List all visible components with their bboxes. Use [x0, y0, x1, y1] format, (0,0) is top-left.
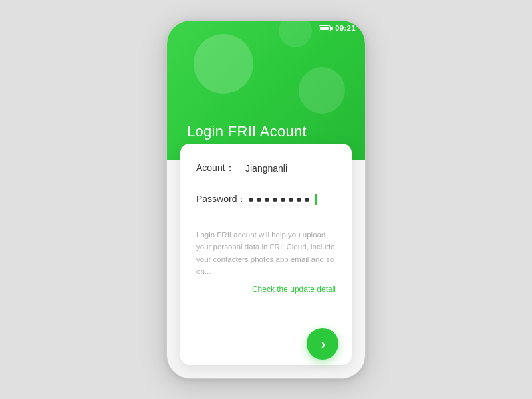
dot-1: [249, 198, 253, 202]
dot-5: [281, 198, 285, 202]
dot-7: [297, 198, 301, 202]
update-detail-link[interactable]: Check the update detail: [196, 285, 336, 294]
battery-icon: [319, 25, 332, 31]
account-field-row: Acount： Jiangnanli: [196, 162, 336, 184]
password-dots: [249, 194, 317, 205]
text-cursor: [315, 194, 317, 205]
chevron-right-icon: ›: [321, 336, 326, 352]
status-time: 09:21: [335, 24, 356, 32]
dot-2: [257, 198, 261, 202]
status-bar: 09:21: [167, 21, 365, 35]
header-title: Login FRII Acount: [187, 123, 307, 140]
phone-frame: 09:21 Login FRII Acount Acount： Jiangnan…: [166, 20, 366, 379]
account-value: Jiangnanli: [245, 163, 287, 174]
decorative-circle-1: [194, 34, 253, 94]
description-text: Login FRII acount will help you upload y…: [196, 229, 336, 278]
header-section: Login FRII Acount: [167, 21, 365, 160]
dot-8: [305, 198, 309, 202]
next-button[interactable]: ›: [307, 328, 338, 360]
password-field-row[interactable]: Password：: [196, 194, 336, 215]
dot-4: [273, 198, 277, 202]
dot-6: [289, 198, 293, 202]
account-label: Acount：: [196, 162, 243, 174]
decorative-circle-2: [299, 67, 345, 114]
password-label: Password：: [196, 194, 246, 205]
dot-3: [265, 198, 269, 202]
